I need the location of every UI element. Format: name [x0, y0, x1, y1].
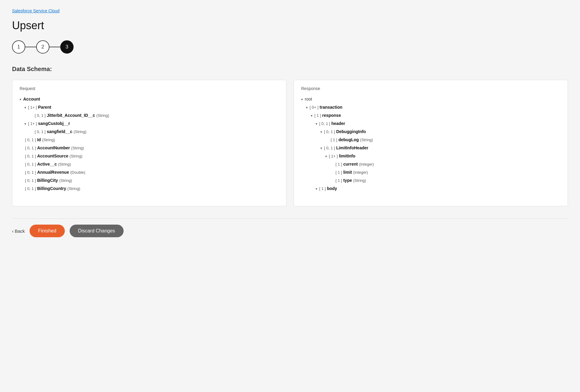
node-range: [ 1+ ] — [28, 121, 37, 127]
back-chevron-icon: ‹ — [12, 229, 14, 234]
node-name: header — [331, 120, 345, 127]
chevron-icon[interactable]: ▾ — [311, 113, 313, 118]
node-name: LimitInfoHeader — [336, 145, 368, 151]
node-name: AnnualRevenue — [37, 169, 69, 176]
schema-container: Request ▾Account▾[ 1+ ] Parent[ 0, 1 ] J… — [12, 80, 568, 206]
tree-item: ▾[ 0, 1 ] LimitInfoHeader — [320, 144, 560, 152]
node-type: (String) — [360, 137, 373, 143]
back-button[interactable]: ‹ Back — [12, 229, 25, 234]
tree-item: [ 0, 1 ] Jitterbit_Account_ID__c (String… — [29, 111, 279, 120]
tree-item: [ 0, 1 ] AccountNumber (String) — [20, 144, 279, 152]
node-type: (String) — [71, 145, 84, 151]
node-range: [ 1+ ] — [329, 153, 338, 159]
tree-item: [ 0, 1 ] BillingCountry (String) — [20, 185, 279, 193]
node-range: [ 0, 1 ] — [324, 145, 335, 151]
breadcrumb[interactable]: Salesforce Service Cloud — [12, 8, 568, 13]
node-name: Jitterbit_Account_ID__c — [47, 112, 95, 119]
tree-item: [ 0, 1 ] Active__c (String) — [20, 160, 279, 168]
node-name: Account — [23, 96, 40, 102]
chevron-icon[interactable]: ▾ — [325, 154, 327, 159]
node-range: [ 0, 1 ] — [25, 137, 36, 143]
tree-item: ▾[ 0+ ] transaction — [306, 103, 560, 111]
tree-item: [ 0, 1 ] BillingCity (String) — [20, 176, 279, 185]
node-type: (String) — [59, 178, 72, 184]
tree-item: ▾[ 0, 1 ] DebuggingInfo — [320, 128, 560, 136]
finished-button[interactable]: Finished — [30, 225, 65, 237]
node-range: [ 1 ] — [336, 161, 342, 167]
tree-item: ▾[ 0, 1 ] header — [316, 120, 560, 128]
node-name: Id — [37, 137, 41, 143]
node-name: DebuggingInfo — [336, 129, 366, 135]
node-name: body — [327, 185, 337, 192]
node-name: limitInfo — [339, 153, 355, 159]
node-range: [ 1+ ] — [28, 104, 37, 110]
node-range: [ 1 ] — [319, 186, 326, 192]
node-name: AccountSource — [37, 153, 68, 159]
request-panel: Request ▾Account▾[ 1+ ] Parent[ 0, 1 ] J… — [12, 80, 286, 206]
response-tree: ▾root▾[ 0+ ] transaction▾[ 1 ] response▾… — [301, 95, 560, 193]
page-title: Upsert — [12, 19, 568, 32]
tree-item: ▾[ 1+ ] Parent — [24, 103, 279, 111]
node-range: [ 1 ] — [331, 137, 337, 143]
section-title: Data Schema: — [12, 66, 568, 73]
node-name: limit — [343, 169, 352, 176]
node-range: [ 0+ ] — [310, 104, 318, 110]
chevron-icon[interactable]: ▾ — [320, 146, 322, 151]
node-range: [ 0, 1 ] — [35, 113, 46, 119]
node-name: BillingCountry — [37, 185, 66, 192]
tree-item: [ 1 ] limit (Integer) — [330, 168, 560, 176]
node-type: (String) — [42, 137, 55, 143]
chevron-icon[interactable]: ▾ — [320, 129, 322, 135]
chevron-icon[interactable]: ▾ — [316, 186, 317, 191]
tree-item: ▾[ 1 ] response — [311, 111, 560, 120]
chevron-icon[interactable]: ▾ — [20, 97, 21, 102]
node-type: (Double) — [70, 170, 85, 176]
node-name: sangCustobj__r — [38, 120, 70, 127]
back-label: Back — [15, 229, 25, 234]
node-name: sangfield__c — [47, 129, 72, 135]
response-label: Response — [301, 86, 560, 91]
node-name: response — [322, 112, 341, 119]
chevron-icon[interactable]: ▾ — [301, 97, 303, 102]
node-type: (String) — [70, 153, 83, 159]
node-name: Active__c — [37, 161, 57, 167]
tree-item: [ 0, 1 ] sangfield__c (String) — [29, 128, 279, 136]
node-range: [ 1 ] — [314, 113, 321, 119]
node-type: (String) — [68, 186, 80, 192]
node-range: [ 0, 1 ] — [35, 129, 46, 135]
tree-item: ▾[ 1+ ] sangCustobj__r — [24, 120, 279, 128]
stepper: 123 — [12, 40, 568, 54]
request-label: Request — [20, 86, 279, 91]
node-name: AccountNumber — [37, 145, 70, 151]
footer: ‹ Back Finished Discard Changes — [12, 218, 568, 237]
node-range: [ 0, 1 ] — [25, 153, 36, 159]
chevron-icon[interactable]: ▾ — [24, 105, 26, 110]
tree-item: ▾[ 1 ] body — [316, 185, 560, 193]
tree-item: [ 1 ] type (String) — [330, 176, 560, 185]
tree-item: [ 1 ] current (Integer) — [330, 160, 560, 168]
node-range: [ 1 ] — [336, 178, 342, 184]
node-range: [ 0, 1 ] — [319, 121, 330, 127]
tree-item: [ 0, 1 ] AnnualRevenue (Double) — [20, 168, 279, 176]
step-2[interactable]: 2 — [36, 40, 49, 54]
node-type: (String) — [58, 161, 71, 167]
discard-button[interactable]: Discard Changes — [70, 225, 124, 237]
node-name: Parent — [38, 104, 51, 110]
node-range: [ 0, 1 ] — [324, 129, 335, 135]
step-3[interactable]: 3 — [60, 40, 74, 54]
node-name: type — [343, 177, 352, 184]
node-range: [ 0, 1 ] — [25, 170, 36, 176]
step-connector-2 — [49, 47, 60, 47]
node-name: current — [343, 161, 358, 167]
node-range: [ 0, 1 ] — [25, 178, 36, 184]
chevron-icon[interactable]: ▾ — [24, 121, 26, 126]
chevron-icon[interactable]: ▾ — [316, 121, 317, 126]
node-type: (String) — [353, 178, 366, 184]
node-range: [ 1 ] — [336, 170, 342, 176]
node-name: root — [305, 96, 312, 102]
chevron-icon[interactable]: ▾ — [306, 105, 308, 110]
node-type: (String) — [96, 113, 109, 119]
node-type: (Integer) — [353, 170, 368, 176]
step-1[interactable]: 1 — [12, 40, 25, 54]
tree-item: [ 1 ] debugLog (String) — [325, 136, 560, 144]
